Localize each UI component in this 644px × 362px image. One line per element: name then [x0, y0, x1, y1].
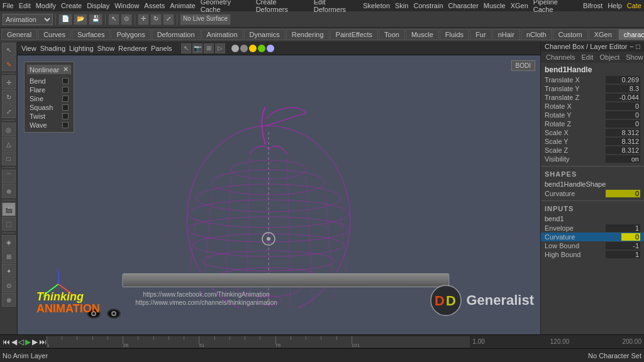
menu-character[interactable]: Character	[448, 2, 479, 9]
tab-toon[interactable]: Toon	[379, 29, 405, 40]
nl-twist[interactable]: Twist	[27, 112, 71, 121]
vp-renderer-menu[interactable]: Renderer	[118, 45, 147, 52]
panel-minimize[interactable]: −	[630, 43, 633, 50]
tab-general[interactable]: General	[1, 29, 37, 40]
vp-show-menu[interactable]: Show	[97, 45, 115, 52]
ch-high-bound-value[interactable]	[606, 251, 640, 258]
ch-rotate-y-value[interactable]	[606, 111, 640, 119]
ch-rotate-x-value[interactable]	[606, 102, 640, 110]
nl-wave-checkbox[interactable]	[62, 122, 69, 128]
nl-wave[interactable]: Wave	[27, 121, 71, 129]
tab-custom[interactable]: Custom	[553, 29, 588, 40]
scale-tool[interactable]: ⤢	[2, 104, 16, 118]
tab-nhair[interactable]: nHair	[492, 29, 520, 40]
lattice-tool[interactable]: ⊞	[2, 250, 16, 263]
toolbar-rotate[interactable]: ↻	[150, 14, 162, 25]
ch-visibility-value[interactable]	[606, 155, 640, 163]
menu-pipeline-cache[interactable]: Pipeline Cache	[533, 0, 578, 13]
tab-deformation[interactable]: Deformation	[152, 29, 201, 40]
menu-skin[interactable]: Skin	[395, 2, 408, 9]
tab-fluids[interactable]: Fluids	[440, 29, 469, 40]
nl-flare-checkbox[interactable]	[62, 87, 69, 93]
go-end-button[interactable]: ⏭	[39, 337, 47, 346]
go-start-button[interactable]: ⏮	[3, 337, 10, 346]
ik-tool[interactable]: ⊗	[2, 293, 16, 307]
ch-curvature-field[interactable]	[621, 233, 640, 241]
menu-edit[interactable]: Edit	[19, 2, 31, 9]
cluster-tool[interactable]: ✦	[2, 264, 16, 278]
tab-polygons[interactable]: Polygons	[111, 29, 150, 40]
nl-squash[interactable]: Squash	[27, 103, 71, 112]
play-back-button[interactable]: ◁	[18, 337, 24, 346]
tab-dynamics[interactable]: Dynamics	[244, 29, 286, 40]
toolbar-save[interactable]: 💾	[89, 14, 103, 25]
show-manip[interactable]: □	[2, 151, 16, 165]
ch-tab-edit[interactable]: Edit	[579, 53, 596, 62]
menu-file[interactable]: File	[3, 2, 14, 9]
vp-view-menu[interactable]: View	[21, 45, 36, 52]
rotate-tool[interactable]: ↻	[2, 90, 16, 104]
animation-dropdown[interactable]: Animation	[3, 14, 53, 25]
toolbar-scale[interactable]: ⤢	[163, 14, 174, 25]
menu-help[interactable]: Help	[608, 2, 622, 9]
menu-modify[interactable]: Modify	[36, 2, 56, 9]
nl-sine-checkbox[interactable]	[62, 96, 69, 102]
menu-geometry-cache[interactable]: Geometry Cache	[201, 0, 251, 13]
toolbar-live-surface[interactable]: No Live Surface	[180, 14, 231, 25]
tab-curves[interactable]: Curves	[38, 29, 71, 40]
menu-bifrost[interactable]: Bifrost	[583, 2, 602, 9]
render-region[interactable]: ⬚	[2, 217, 16, 231]
tab-xgen[interactable]: XGen	[589, 29, 618, 40]
ch-translate-z-value[interactable]	[606, 94, 640, 101]
ch-scale-y-value[interactable]	[606, 138, 640, 145]
toolbar-move[interactable]: ✛	[138, 14, 149, 25]
ch-translate-x-value[interactable]	[606, 76, 640, 84]
vp-lighting-menu[interactable]: Lighting	[69, 45, 94, 52]
tab-painteffects[interactable]: PaintEffects	[330, 29, 379, 40]
soft-mod-tool[interactable]: ◎	[2, 123, 16, 136]
tab-ncloth[interactable]: nCloth	[521, 29, 552, 40]
menu-create[interactable]: Create	[61, 2, 82, 9]
curve-tool[interactable]: ⌒	[2, 170, 16, 184]
menu-muscle[interactable]: Muscle	[484, 2, 506, 9]
nl-bend[interactable]: Bend	[27, 77, 71, 85]
nl-sine[interactable]: Sine	[27, 94, 71, 103]
tab-animation[interactable]: Animation	[201, 29, 243, 40]
menu-window[interactable]: Window	[114, 2, 139, 9]
step-forward-button[interactable]: ▶	[32, 337, 38, 346]
menu-display[interactable]: Display	[87, 2, 109, 9]
tab-surfaces[interactable]: Surfaces	[72, 29, 110, 40]
step-back-button[interactable]: ◀	[11, 337, 17, 346]
move-tool[interactable]: ✛	[2, 75, 16, 89]
ch-rotate-z-value[interactable]	[606, 120, 640, 128]
menu-constrain[interactable]: Constrain	[413, 2, 443, 9]
deform-tool[interactable]: ◈	[2, 235, 16, 249]
ch-curvature-highlight[interactable]: Curvature	[541, 233, 644, 241]
tab-fur[interactable]: Fur	[470, 29, 492, 40]
joint-tool[interactable]: ⊙	[2, 278, 16, 292]
tab-muscle[interactable]: Muscle	[406, 29, 439, 40]
menu-animate[interactable]: Animate	[170, 2, 195, 9]
sculpt-tool[interactable]: △	[2, 137, 16, 151]
ch-shape-curvature-value[interactable]	[606, 190, 640, 197]
menu-edit-deformers[interactable]: Edit Deformers	[314, 0, 358, 13]
timeline-ruler[interactable]: 1265176101	[47, 336, 470, 348]
toolbar-new[interactable]: 📄	[58, 14, 72, 25]
nl-twist-checkbox[interactable]	[62, 113, 69, 119]
select-tool[interactable]: ↖	[2, 43, 16, 57]
ch-translate-y-value[interactable]	[606, 85, 640, 92]
menu-xgen[interactable]: XGen	[511, 2, 528, 9]
panel-maximize[interactable]: □	[636, 43, 640, 50]
toolbar-select[interactable]: ↖	[108, 14, 119, 25]
nonlinear-close[interactable]: ✕	[63, 65, 69, 74]
paint-tool[interactable]: ✎	[2, 57, 16, 71]
nl-flare[interactable]: Flare	[27, 85, 71, 94]
vp-render-icon[interactable]: ▷	[215, 43, 225, 53]
ch-low-bound-value[interactable]	[606, 242, 640, 250]
nl-bend-checkbox[interactable]	[62, 78, 69, 84]
tab-rendering[interactable]: Rendering	[286, 29, 330, 40]
viewport-3d[interactable]: Nonlinear ✕ Bend Flare Sine Squash	[18, 55, 540, 334]
vp-shading-menu[interactable]: Shading	[40, 45, 65, 52]
ch-scale-x-value[interactable]	[606, 129, 640, 136]
nl-squash-checkbox[interactable]	[62, 104, 69, 111]
